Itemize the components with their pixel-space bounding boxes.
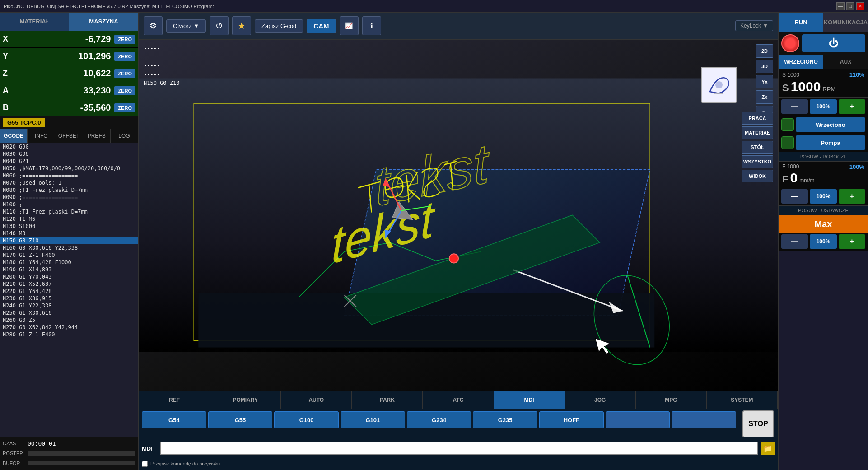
stop-button[interactable]: STOP xyxy=(742,410,774,437)
feed-ustawcze-plus-button[interactable]: + xyxy=(839,234,865,249)
keylock-display[interactable]: KeyLock ▼ xyxy=(735,20,773,31)
list-item[interactable]: N190 G1 X14,893 xyxy=(0,266,138,273)
tab-maszyna[interactable]: MASZYNA xyxy=(69,13,138,31)
list-item[interactable]: N140 M3 xyxy=(0,230,138,237)
list-item[interactable]: N160 G0 X30,616 Y22,338 xyxy=(0,244,138,251)
list-item[interactable]: N020 G90 xyxy=(0,143,138,150)
feed-robocze-minus-button[interactable]: — xyxy=(781,189,808,204)
chart-button[interactable]: 📈 xyxy=(340,16,359,35)
tab-prefs[interactable]: PREFS xyxy=(83,129,111,143)
feed-robocze-pct-button[interactable]: 100% xyxy=(810,189,836,204)
axis-a-zero-button[interactable]: ZERO xyxy=(114,86,135,95)
list-item[interactable]: N280 G1 Z-1 F400 xyxy=(0,331,138,338)
close-button[interactable]: ✕ xyxy=(856,2,864,10)
list-item[interactable]: N260 G0 Z5 xyxy=(0,316,138,324)
list-item[interactable]: N230 G1 X36,915 xyxy=(0,295,138,302)
feed-ustawcze-minus-button[interactable]: — xyxy=(781,234,808,249)
list-item[interactable]: N200 G1 Y70,043 xyxy=(0,273,138,280)
g235-button[interactable]: G235 xyxy=(473,411,537,428)
open-button[interactable]: Otwórz ▼ xyxy=(166,19,206,33)
feed-ustawcze-pct-button[interactable]: 100% xyxy=(810,234,836,249)
mdi-input[interactable] xyxy=(160,442,758,455)
axis-b-zero-button[interactable]: ZERO xyxy=(114,103,135,112)
settings-button[interactable]: ⚙ xyxy=(144,16,163,35)
list-item[interactable]: N210 G1 X52,637 xyxy=(0,280,138,288)
minimize-button[interactable]: — xyxy=(836,2,845,10)
list-item[interactable]: N060 ;================= xyxy=(0,172,138,179)
nav-ref[interactable]: REF xyxy=(139,391,210,409)
pompa-button[interactable]: Pompa xyxy=(796,135,865,150)
extra-btn-2[interactable] xyxy=(672,411,736,428)
widok-button[interactable]: WIDOK xyxy=(742,170,773,182)
power-button[interactable]: ⏻ xyxy=(802,34,865,52)
list-item[interactable]: N070 ;UsedTools: 1 xyxy=(0,179,138,186)
viewport[interactable]: tekst tekst xyxy=(139,40,778,391)
nav-atc[interactable]: ATC xyxy=(423,391,494,409)
view-2d-button[interactable]: 2D xyxy=(756,44,773,58)
nav-auto[interactable]: AUTO xyxy=(281,391,352,409)
list-item[interactable]: N250 G1 X30,616 xyxy=(0,309,138,316)
list-item[interactable]: N030 G98 xyxy=(0,150,138,158)
tab-aux[interactable]: AUX xyxy=(823,55,868,69)
g54-button[interactable]: G54 xyxy=(142,411,206,428)
list-item[interactable]: N050 ;$MAT=179,000/99,000/20,000/0/0 xyxy=(0,165,138,172)
axis-z-zero-button[interactable]: ZERO xyxy=(114,69,135,78)
g100-button[interactable]: G100 xyxy=(274,411,339,428)
emergency-stop-button[interactable] xyxy=(781,34,799,52)
gcode-list[interactable]: N020 G90 N030 G98 N040 G21 N050 ;$MAT=17… xyxy=(0,143,138,437)
list-item[interactable]: N180 G1 Y64,428 F1000 xyxy=(0,259,138,266)
list-item-selected[interactable]: N150 G0 Z10 xyxy=(0,237,138,244)
list-item[interactable]: N090 ;================= xyxy=(0,194,138,201)
tab-run[interactable]: RUN xyxy=(779,13,823,32)
nav-mpg[interactable]: MPG xyxy=(636,391,707,409)
list-item[interactable]: N040 G21 xyxy=(0,158,138,165)
list-item[interactable]: N110 ;T1 Frez plaski D=7mm xyxy=(0,208,138,215)
tab-info[interactable]: INFO xyxy=(28,129,55,143)
list-item[interactable]: N270 G0 X62,842 Y42,944 xyxy=(0,324,138,331)
list-item[interactable]: N080 ;T1 Frez plaski D=7mm xyxy=(0,186,138,194)
material-button[interactable]: MATERIAŁ xyxy=(742,126,773,139)
cam-button[interactable]: CAM xyxy=(307,19,336,33)
view-zx-button[interactable]: Zx xyxy=(756,90,773,104)
tab-offset[interactable]: OFFSET xyxy=(55,129,83,143)
list-item[interactable]: N220 G1 Y64,428 xyxy=(0,288,138,295)
list-item[interactable]: N170 G1 Z-1 F400 xyxy=(0,251,138,259)
list-item[interactable]: N240 G1 Y22,338 xyxy=(0,302,138,309)
mdi-file-button[interactable]: 📁 xyxy=(761,442,775,455)
g234-button[interactable]: G234 xyxy=(407,411,471,428)
tab-log[interactable]: LOG xyxy=(111,129,138,143)
praca-button[interactable]: PRACA xyxy=(742,112,773,125)
spindle-pct-button[interactable]: 100% xyxy=(810,99,836,114)
g101-button[interactable]: G101 xyxy=(341,411,405,428)
list-item[interactable]: N120 T1 M6 xyxy=(0,215,138,223)
save-gcode-button[interactable]: Zapisz G-cod xyxy=(255,19,303,33)
list-item[interactable]: N130 S1000 xyxy=(0,223,138,230)
nav-system[interactable]: SYSTEM xyxy=(707,391,778,409)
info-button[interactable]: ℹ xyxy=(362,16,381,35)
extra-btn-1[interactable] xyxy=(606,411,670,428)
spindle-plus-button[interactable]: + xyxy=(839,99,865,114)
wrzeciono-button[interactable]: Wrzeciono xyxy=(796,117,865,132)
tab-wrzeciono[interactable]: WRZECIONO xyxy=(779,55,823,69)
nav-jog[interactable]: JOG xyxy=(565,391,636,409)
view-yx-button[interactable]: Yx xyxy=(756,75,773,88)
list-item[interactable]: N100 ; xyxy=(0,201,138,208)
max-button[interactable]: Max xyxy=(779,215,868,233)
nav-park[interactable]: PARK xyxy=(352,391,423,409)
spindle-minus-button[interactable]: — xyxy=(781,99,808,114)
nav-mdi[interactable]: MDI xyxy=(494,391,565,409)
stol-button[interactable]: STÓŁ xyxy=(742,141,773,154)
feed-robocze-plus-button[interactable]: + xyxy=(839,189,865,204)
tab-gcode[interactable]: GCODE xyxy=(0,129,28,143)
maximize-button[interactable]: □ xyxy=(846,2,854,10)
refresh-button[interactable]: ↺ xyxy=(210,16,229,35)
g55-button[interactable]: G55 xyxy=(208,411,273,428)
nav-pomiary[interactable]: POMIARY xyxy=(210,391,281,409)
axis-y-zero-button[interactable]: ZERO xyxy=(114,52,135,61)
assign-command-checkbox[interactable] xyxy=(142,461,148,467)
hoff-button[interactable]: HOFF xyxy=(539,411,604,428)
view-3d-button[interactable]: 3D xyxy=(756,60,773,73)
star-button[interactable]: ★ xyxy=(232,16,251,35)
axis-x-zero-button[interactable]: ZERO xyxy=(114,35,135,44)
tab-komunikacja[interactable]: KOMUNIKACJA xyxy=(823,13,868,32)
